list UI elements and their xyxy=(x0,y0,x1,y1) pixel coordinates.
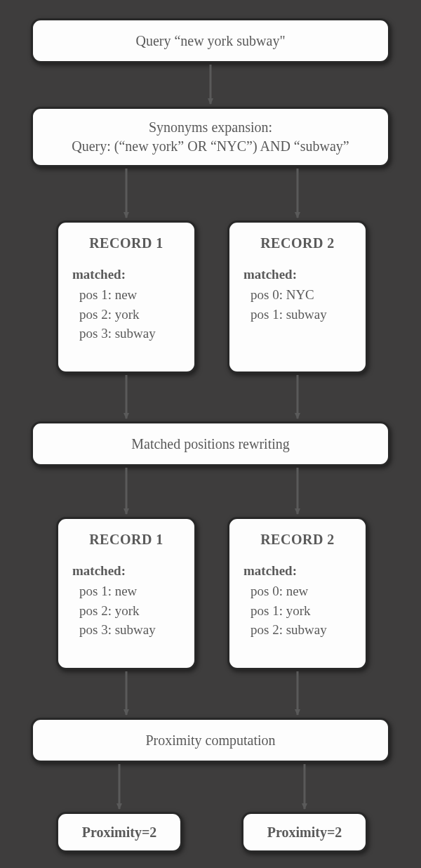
record-a-1-pos1: pos 2: york xyxy=(79,305,180,324)
record-b-1-pos0: pos 1: new xyxy=(79,581,180,601)
proximity-result-2: Proximity=2 xyxy=(241,812,368,853)
record-b-1-pos1: pos 2: york xyxy=(79,601,180,621)
record-a-2: RECORD 2 matched: pos 0: NYC pos 1: subw… xyxy=(227,221,368,374)
record-b-2-title: RECORD 2 xyxy=(243,532,352,548)
record-a-2-pos0: pos 0: NYC xyxy=(250,285,352,305)
record-b-1-title: RECORD 1 xyxy=(72,532,180,548)
step-query: Query “new york subway" xyxy=(31,18,390,63)
step-proximity: Proximity computation xyxy=(31,718,390,763)
step-rewriting: Matched positions rewriting xyxy=(31,421,390,466)
record-b-2-pos0: pos 0: new xyxy=(250,581,352,601)
record-a-1-pos0: pos 1: new xyxy=(79,285,180,305)
proximity-result-2-text: Proximity=2 xyxy=(267,823,342,842)
record-b-2-pos2: pos 2: subway xyxy=(250,620,352,640)
record-b-2-pos1: pos 1: york xyxy=(250,601,352,621)
record-a-2-pos1: pos 1: subway xyxy=(250,305,352,324)
record-a-1-matched: matched: xyxy=(72,267,180,282)
proximity-result-1-text: Proximity=2 xyxy=(82,823,157,842)
record-a-1-pos2: pos 3: subway xyxy=(79,324,180,343)
record-a-1-title: RECORD 1 xyxy=(72,235,180,251)
step-proximity-text: Proximity computation xyxy=(146,731,276,750)
record-a-2-matched: matched: xyxy=(243,267,352,282)
record-a-1: RECORD 1 matched: pos 1: new pos 2: york… xyxy=(56,221,196,374)
step-synonyms-line1: Synonyms expansion: xyxy=(149,118,272,137)
record-a-2-title: RECORD 2 xyxy=(243,235,352,251)
step-synonyms: Synonyms expansion: Query: (“new york” O… xyxy=(31,107,390,167)
record-b-2: RECORD 2 matched: pos 0: new pos 1: york… xyxy=(227,517,368,670)
record-b-1: RECORD 1 matched: pos 1: new pos 2: york… xyxy=(56,517,196,670)
step-query-text: Query “new york subway" xyxy=(135,32,285,51)
record-b-1-matched: matched: xyxy=(72,563,180,579)
step-synonyms-line2: Query: (“new york” OR “NYC”) AND “subway… xyxy=(72,137,349,156)
proximity-result-1: Proximity=2 xyxy=(56,812,182,853)
record-b-1-pos2: pos 3: subway xyxy=(79,620,180,640)
step-rewriting-text: Matched positions rewriting xyxy=(131,435,290,454)
record-b-2-matched: matched: xyxy=(243,563,352,579)
